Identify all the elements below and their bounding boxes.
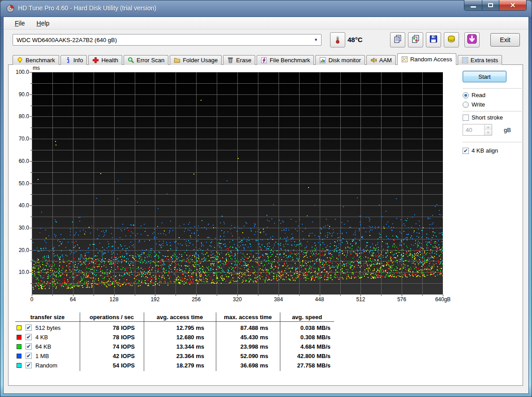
y-tick-label: 10.0 bbox=[9, 269, 29, 275]
y-tick bbox=[30, 217, 32, 217]
tab-label: Benchmark bbox=[26, 57, 55, 64]
max-access-cell: 36.698 ms bbox=[216, 362, 268, 369]
y-tick-label: 60.0 bbox=[9, 158, 29, 164]
y-tick bbox=[30, 94, 32, 95]
disk-monitor-icon bbox=[319, 57, 326, 64]
series-color-swatch bbox=[17, 363, 21, 368]
menu-item-help[interactable]: Help bbox=[32, 18, 55, 28]
stepper-up-icon[interactable]: ▲ bbox=[485, 124, 492, 130]
start-button[interactable]: Start bbox=[463, 71, 506, 82]
x-tick bbox=[340, 295, 341, 296]
x-tick bbox=[52, 295, 53, 296]
tab-label: Error Scan bbox=[137, 57, 164, 64]
x-tick-label: 512 bbox=[356, 296, 365, 303]
tab-label: Random Access bbox=[410, 56, 452, 63]
tab-label: Erase bbox=[236, 57, 251, 64]
series-checkbox[interactable]: ✔ bbox=[26, 324, 32, 331]
menu-item-file[interactable]: File bbox=[10, 18, 30, 28]
close-icon: ✕ bbox=[510, 1, 516, 9]
y-tick bbox=[30, 205, 32, 206]
tab-health[interactable]: Health bbox=[88, 55, 122, 65]
y-tick-label: 30.0 bbox=[9, 225, 29, 231]
y-tick bbox=[30, 283, 32, 284]
tab-erase[interactable]: Erase bbox=[223, 55, 255, 65]
table-row: ✔4 KB78 IOPS12.680 ms45.430 ms0.308 MB/s bbox=[9, 333, 342, 342]
copy-image-button[interactable] bbox=[408, 32, 423, 47]
tab-aam[interactable]: AAM bbox=[366, 55, 396, 65]
tab-benchmark[interactable]: Benchmark bbox=[13, 55, 59, 65]
aam-icon bbox=[370, 57, 377, 64]
drive-select-value: WDC WD6400AAKS-22A7B2 (640 gB) bbox=[17, 37, 117, 43]
save-button[interactable] bbox=[426, 32, 441, 47]
copy-text-button[interactable] bbox=[390, 32, 405, 47]
separator bbox=[463, 142, 522, 142]
tab-file-benchmark[interactable]: File Benchmark bbox=[257, 55, 314, 65]
write-radio[interactable] bbox=[463, 102, 469, 108]
x-tick-label: 320 bbox=[233, 296, 242, 303]
align-checkbox[interactable]: ✔ bbox=[463, 148, 469, 154]
tab-info[interactable]: Info bbox=[60, 55, 87, 65]
x-tick bbox=[299, 295, 300, 296]
short-stroke-label: Short stroke bbox=[472, 114, 503, 121]
separator bbox=[463, 111, 522, 111]
toolbar: WDC WD6400AAKS-22A7B2 (640 gB) ▼ 48°C Ex… bbox=[4, 30, 528, 52]
thermometer-icon bbox=[334, 36, 341, 44]
transfer-size-label: 512 bytes bbox=[35, 324, 60, 331]
tab-folder-usage[interactable]: Folder Usage bbox=[170, 55, 222, 65]
series-color-swatch bbox=[17, 344, 21, 349]
y-tick-label: 40.0 bbox=[9, 202, 29, 209]
x-tick bbox=[237, 295, 238, 296]
table-header: avg. speed bbox=[280, 314, 334, 320]
align-row[interactable]: ✔ 4 KB align bbox=[463, 147, 498, 154]
series-checkbox[interactable]: ✔ bbox=[26, 343, 32, 350]
maximize-button[interactable] bbox=[482, 0, 499, 11]
tab-disk-monitor[interactable]: Disk monitor bbox=[315, 55, 365, 65]
read-radio[interactable] bbox=[463, 92, 469, 98]
tab-random-access[interactable]: Random Access bbox=[397, 53, 456, 65]
maximize-icon bbox=[488, 3, 493, 7]
tab-extra-tests[interactable]: Extra tests bbox=[458, 55, 502, 65]
short-stroke-row[interactable]: Short stroke bbox=[463, 114, 503, 121]
tab-label: Folder Usage bbox=[183, 57, 218, 64]
x-tick-label: 192 bbox=[150, 296, 159, 303]
temperature-value: 48°C bbox=[348, 36, 363, 43]
read-radio-row[interactable]: Read bbox=[463, 92, 485, 98]
ops-cell: 42 IOPS bbox=[80, 353, 135, 359]
series-checkbox[interactable]: ✔ bbox=[26, 362, 32, 368]
export-button[interactable] bbox=[464, 32, 480, 47]
transfer-size-label: 4 KB bbox=[35, 334, 48, 341]
x-tick-label: 384 bbox=[274, 296, 283, 303]
x-tick bbox=[155, 295, 155, 296]
tab-label: File Benchmark bbox=[270, 57, 310, 64]
y-tick bbox=[30, 172, 32, 173]
series-color-swatch bbox=[17, 335, 21, 340]
y-tick bbox=[30, 106, 32, 106]
y-tick bbox=[30, 139, 32, 139]
write-radio-row[interactable]: Write bbox=[463, 101, 485, 108]
short-stroke-size-stepper[interactable]: 40 ▲ ▼ bbox=[463, 124, 492, 136]
title-bar[interactable]: HD Tune Pro 4.60 - Hard Disk Utility (tr… bbox=[0, 0, 532, 17]
short-stroke-size-value: 40 bbox=[463, 124, 484, 135]
x-tick bbox=[422, 295, 423, 296]
max-access-cell: 45.430 ms bbox=[216, 334, 268, 341]
y-tick bbox=[30, 128, 32, 128]
drive-select[interactable]: WDC WD6400AAKS-22A7B2 (640 gB) ▼ bbox=[13, 34, 322, 46]
save-as-button[interactable] bbox=[444, 32, 459, 47]
close-button[interactable]: ✕ bbox=[499, 0, 527, 11]
series-checkbox[interactable]: ✔ bbox=[26, 353, 32, 359]
max-access-cell: 23.998 ms bbox=[216, 343, 268, 350]
random-access-icon bbox=[401, 56, 408, 63]
exit-button[interactable]: Exit bbox=[490, 33, 520, 47]
series-checkbox[interactable]: ✔ bbox=[26, 334, 32, 340]
max-access-cell: 52.090 ms bbox=[216, 353, 268, 359]
y-tick-label: 100.0 bbox=[9, 69, 29, 75]
stepper-down-icon[interactable]: ▼ bbox=[485, 130, 492, 135]
avg-access-cell: 12.795 ms bbox=[144, 324, 204, 331]
x-tick bbox=[443, 295, 443, 296]
x-tick bbox=[94, 295, 94, 296]
short-stroke-checkbox[interactable] bbox=[463, 115, 469, 121]
tab-error-scan[interactable]: Error Scan bbox=[124, 55, 168, 65]
x-tick bbox=[258, 295, 258, 296]
minimize-button[interactable] bbox=[464, 0, 482, 11]
temperature-button[interactable] bbox=[330, 32, 345, 47]
